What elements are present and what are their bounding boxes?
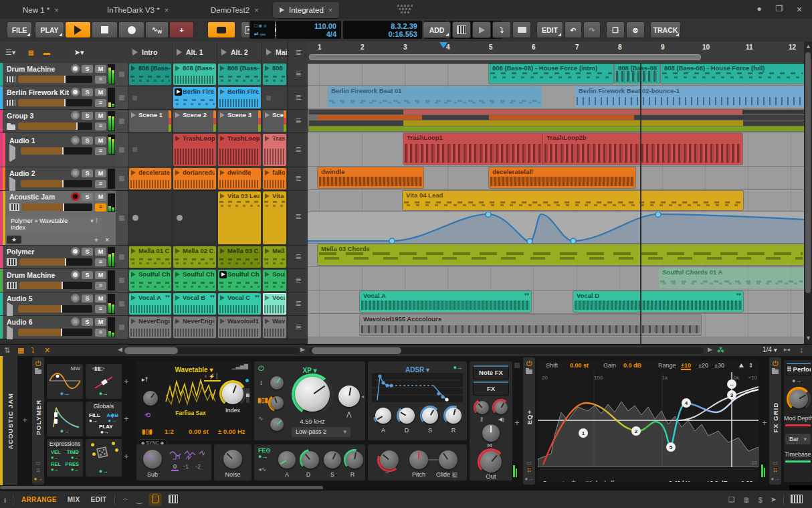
osc-ratio[interactable]: 1:2 — [165, 428, 174, 435]
arranger-lane[interactable]: Wavoloid1955 Acccolours — [308, 314, 804, 337]
follow-icon[interactable]: ⤵ — [31, 346, 35, 354]
feg-release-knob[interactable] — [346, 451, 363, 469]
arm-button[interactable] — [71, 64, 80, 73]
track-name[interactable]: Acoustic Jam — [9, 193, 69, 201]
file-menu-button[interactable]: FILE — [7, 21, 32, 38]
arranger-clip[interactable]: 808 (Bass-08) — [615, 64, 659, 84]
remote-window-icon[interactable]: ▭ — [526, 460, 532, 466]
stop-cell[interactable] — [116, 63, 128, 86]
record-button[interactable] — [118, 21, 144, 38]
sub-oct-1[interactable]: -1 — [183, 463, 189, 470]
transport-mode-display[interactable]: □ ■ ■ ⇄ ▬ — [249, 21, 275, 39]
scene-intro[interactable]: Intro — [128, 41, 173, 63]
osc-type-select[interactable]: Wavetable ▾ — [175, 366, 213, 373]
track-row[interactable]: Audio 2SM ≡ — [0, 167, 116, 191]
device-power-icon[interactable]: ⏻ — [35, 360, 41, 367]
solo-button[interactable]: S — [82, 65, 93, 73]
clip-slot[interactable]: Vocal B▾▾ — [173, 293, 216, 315]
env-route-icon[interactable]: ●→ — [453, 364, 463, 371]
arranger-clip-muted[interactable]: Berlin Firework Beat 02-bounce-1 — [575, 86, 804, 107]
restore-icon[interactable]: ❐ — [773, 4, 785, 13]
fxgrid-device-header[interactable]: ⏻ FX GRID ▭ ⠿ ●→ — [769, 357, 781, 485]
mute-button[interactable]: M — [95, 137, 106, 145]
bend-knob[interactable] — [380, 450, 399, 469]
tab-new1[interactable]: New 1 *× — [16, 2, 66, 18]
band-type-select[interactable]: ≺High-shelf ▾ — [582, 480, 619, 482]
import-button[interactable]: ⤵ — [492, 21, 511, 38]
remote-grid-icon[interactable]: ⠿ — [527, 469, 531, 474]
add-modulator-button[interactable]: + — [124, 451, 129, 461]
arranger-clip-muted[interactable]: Berlin Firework Beat 01 — [328, 86, 542, 107]
arm-button[interactable] — [71, 317, 80, 326]
track-menu-icon[interactable]: ≡ — [95, 305, 106, 313]
arranger-hscrollbar[interactable] — [309, 347, 704, 354]
auto-gain-icon[interactable]: ⇕ — [748, 362, 753, 369]
bar-dropdown[interactable]: Bar — [785, 434, 811, 444]
arm-button[interactable] — [71, 294, 80, 303]
feedback-icon[interactable]: ≣ — [288, 167, 308, 190]
track-row-selected[interactable]: Acoustic JamSM ≡ Polymer » Wavetable▾ ⊺ … — [0, 191, 116, 246]
remote-grid-icon[interactable]: ⠿ — [773, 469, 777, 474]
feg-decay-knob[interactable] — [302, 451, 319, 469]
record-slot[interactable] — [128, 191, 173, 245]
play-follow-icon[interactable]: ▶ — [708, 346, 712, 353]
mute-button[interactable]: M — [95, 112, 106, 120]
automation-target-selector[interactable]: Polymer » Wavetable▾ ⊺ Index — [7, 216, 102, 233]
scene-main[interactable]: Main — [262, 41, 288, 63]
modulator-envelope[interactable]: ●→ — [47, 402, 83, 436]
timebase-bar[interactable] — [785, 460, 811, 462]
glide-latch-badge[interactable]: L — [452, 472, 458, 478]
info-icon[interactable]: i — [4, 496, 6, 504]
track-name[interactable]: Drum Machine — [7, 271, 69, 279]
band-freq[interactable]: 9.49 kHz — [669, 480, 693, 482]
track-name[interactable]: Berlin Firework Kit — [7, 88, 69, 96]
lane-height-icon[interactable]: ↨ — [800, 346, 803, 353]
modulator-keytrack[interactable]: ‹▮▮▯› ●→ — [86, 364, 122, 399]
mute-button[interactable]: M — [95, 88, 106, 96]
track-row[interactable]: Drum MachineSM ≡ — [0, 269, 116, 292]
empty-slot[interactable] — [262, 86, 288, 109]
list-view-icon[interactable]: ▬ — [43, 49, 50, 56]
arranger-lane[interactable]: Vocal A▾▾ Vocal D▾▾ — [308, 290, 804, 314]
timeline-zoom-bar[interactable] — [309, 54, 701, 60]
solo-button[interactable]: S — [82, 169, 93, 177]
sustain-knob[interactable] — [422, 408, 438, 424]
launcher-hscrollbar[interactable] — [124, 347, 300, 354]
tab-inthedark[interactable]: InTheDark V3 *× — [100, 2, 175, 18]
feedback-icon[interactable]: ≣ — [288, 110, 308, 133]
device-name[interactable]: POLYMER — [35, 400, 42, 435]
clip-slot[interactable]: fallon — [263, 168, 286, 189]
feedback-icon[interactable]: ≣ — [288, 191, 308, 245]
scroll-right-icon[interactable]: ▶ — [300, 346, 305, 353]
eq-curve-display[interactable]: 1 2 5 4 3 ↔ — [538, 372, 758, 467]
groove-icon[interactable]: ⁂ — [717, 346, 724, 355]
solo-button[interactable]: S — [82, 271, 93, 279]
grid-view-icon[interactable]: ▦ — [27, 49, 33, 56]
position-bars[interactable]: 8.3.2.39 — [391, 22, 417, 30]
arm-button[interactable] — [71, 136, 80, 145]
device-folder-icon[interactable] — [35, 369, 41, 374]
arrange-view-button[interactable]: ARRANGE — [21, 496, 57, 503]
play-icon[interactable] — [266, 49, 272, 56]
mod-route-icon[interactable]: ●→ — [99, 390, 108, 397]
close-icon[interactable]: × — [54, 6, 58, 14]
spectrum-icon[interactable]: ⛰ — [738, 362, 744, 369]
play-icon[interactable] — [221, 49, 227, 56]
clip-slot[interactable]: Vita 03 — [263, 191, 286, 244]
device-power-icon[interactable]: ⏻ — [526, 360, 532, 367]
scene-alt2[interactable]: Alt. 2 — [217, 41, 262, 63]
clip-slot[interactable]: Mella 03 C... — [218, 246, 261, 268]
automation-lane[interactable] — [308, 212, 804, 244]
pedal-icon[interactable]: ‿ — [136, 495, 142, 504]
track-menu-icon[interactable]: ≡ — [95, 122, 106, 131]
scroll-down-icon[interactable]: ▼ — [805, 335, 811, 341]
track-row[interactable]: Drum MachineSM ≡ — [0, 63, 116, 86]
scene-alt1[interactable]: Alt. 1 — [173, 41, 217, 63]
index-knob[interactable] — [222, 383, 243, 404]
arranger-lane[interactable]: dwindle deceleratefall — [308, 167, 804, 190]
position-time[interactable]: 0:16.553 — [389, 30, 417, 38]
track-row[interactable]: Group 3SM ≡ — [0, 110, 116, 133]
note-input-icon[interactable]: ⁘ — [122, 495, 128, 504]
filter-keyamt-knob[interactable] — [270, 396, 284, 410]
edit-view-button[interactable]: EDIT — [90, 496, 106, 503]
